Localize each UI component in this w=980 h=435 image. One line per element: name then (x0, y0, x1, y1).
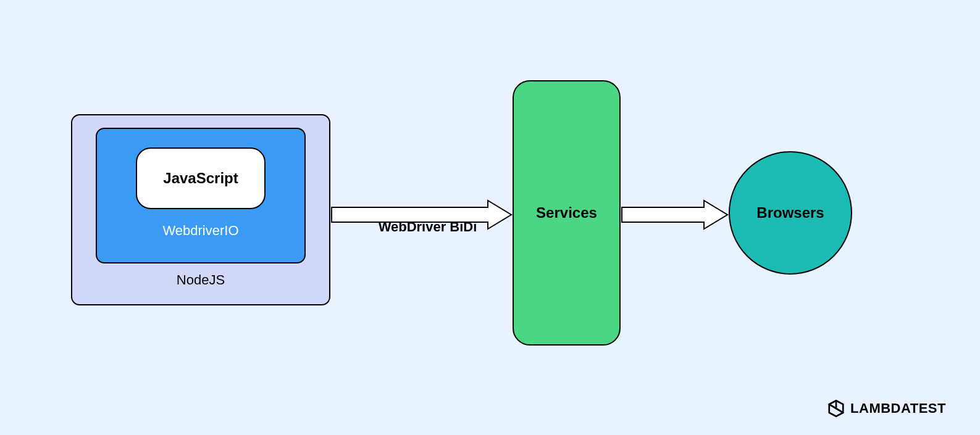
protocol-label: WebDriver BiDi (343, 219, 513, 235)
arrow-services-to-browsers-icon (621, 199, 729, 230)
nodejs-label: NodeJS (177, 272, 225, 288)
browsers-label: Browsers (756, 204, 824, 222)
services-label: Services (536, 204, 597, 222)
lambdatest-mark-icon (827, 399, 845, 418)
javascript-label: JavaScript (163, 170, 238, 187)
browsers-circle: Browsers (729, 151, 852, 275)
webdriverio-box: JavaScript WebdriverIO (96, 128, 306, 263)
nodejs-box: JavaScript WebdriverIO NodeJS (71, 114, 330, 305)
webdriverio-label: WebdriverIO (162, 223, 238, 239)
javascript-box: JavaScript (136, 147, 266, 209)
services-box: Services (513, 80, 621, 346)
lambdatest-name: LAMBDATEST (850, 400, 946, 416)
lambdatest-logo: LAMBDATEST (827, 399, 946, 418)
